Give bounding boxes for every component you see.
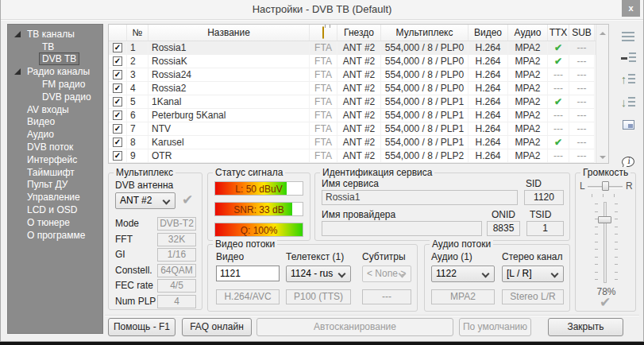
sidebar-item-14[interactable]: LCD и OSD bbox=[8, 204, 102, 216]
channel-name: OTR bbox=[148, 149, 310, 163]
channel-row[interactable]: ✓6Peterburg 5KanalFTAANT #2554,000 / 8 /… bbox=[109, 109, 608, 122]
channel-name: RossiaK bbox=[148, 55, 310, 68]
channel-socket: ANT #2 bbox=[337, 136, 381, 149]
multiplex-field-value: DVB-T2 bbox=[157, 217, 196, 231]
dvb-antenna-select[interactable]: ANT #2 bbox=[115, 192, 175, 209]
balance-tick bbox=[614, 194, 615, 197]
channel-num: 3 bbox=[127, 68, 148, 82]
signal-status-group: Статус сигнала L: 50 dBuVSNR: 33 dBQ: 10… bbox=[207, 172, 310, 241]
channel-name: Karusel bbox=[148, 136, 310, 149]
channel-row[interactable]: ✓51KanalFTAANT #2554,000 / 8 / PLP1H.264… bbox=[109, 95, 608, 109]
sidebar-item-10[interactable]: Интерфейс bbox=[8, 153, 102, 166]
channel-checkbox[interactable]: ✓ bbox=[113, 70, 122, 79]
channel-checkbox[interactable]: ✓ bbox=[113, 97, 122, 107]
sidebar-item-label: Аудио bbox=[25, 129, 56, 140]
toolbar-button-channel-list[interactable] bbox=[617, 27, 639, 48]
channel-checkbox-cell: ✓ bbox=[109, 55, 127, 68]
scroll-down-icon[interactable] bbox=[598, 151, 607, 161]
balance-slider-handle[interactable] bbox=[602, 181, 609, 191]
sidebar-item-11[interactable]: Таймшифт bbox=[8, 166, 102, 179]
balance-tick bbox=[592, 194, 592, 197]
audio-pid-select[interactable]: 1122 bbox=[431, 266, 495, 282]
title-bar[interactable]: Настройки - DVB ТВ (Default) x bbox=[1, 0, 643, 19]
footer-button-4[interactable]: Закрыть bbox=[548, 318, 623, 336]
sidebar-item-8[interactable]: Аудио bbox=[8, 128, 102, 141]
sidebar-item-12[interactable]: Пульт ДУ bbox=[8, 179, 102, 192]
channel-row[interactable]: ✓2RossiaKFTAANT #2554,000 / 8 / PLP0H.26… bbox=[109, 55, 608, 68]
sidebar-item-label: Радио каналы bbox=[25, 66, 92, 77]
teletext-select[interactable]: 1124 - rus bbox=[286, 266, 351, 282]
volume-tick bbox=[595, 234, 598, 235]
video-pid-input[interactable]: 1121 bbox=[216, 266, 280, 281]
channel-checkbox[interactable]: ✓ bbox=[113, 138, 122, 147]
column-header-video[interactable]: Видео bbox=[469, 25, 508, 41]
toolbar-button-remove-channel[interactable] bbox=[617, 48, 639, 68]
footer-button-1[interactable]: FAQ онлайн bbox=[182, 318, 252, 336]
column-header-socket[interactable]: Гнездо bbox=[337, 25, 381, 41]
channel-ttx: --- bbox=[548, 122, 569, 136]
channel-checkbox[interactable]: ✓ bbox=[113, 151, 122, 161]
sidebar-item-label: О программе bbox=[25, 230, 87, 241]
scroll-up-icon[interactable] bbox=[598, 27, 607, 37]
volume-slider-handle[interactable] bbox=[598, 216, 611, 223]
sidebar-item-13[interactable]: Управление bbox=[8, 191, 102, 204]
column-header-audio[interactable]: Аудио bbox=[508, 25, 548, 41]
toolbar-button-move-channel-down[interactable]: ↓ bbox=[617, 92, 639, 113]
column-header-ttx[interactable]: TTX bbox=[548, 25, 569, 41]
channel-table-header[interactable]: №НазваниеГнездоМультиплексВидеоАудиоTTXS… bbox=[109, 25, 608, 41]
channel-row[interactable]: ✓7NTVFTAANT #2554,000 / 8 / PLP1H.264MPA… bbox=[109, 122, 608, 136]
sidebar-item-2[interactable]: DVB ТВ bbox=[8, 53, 102, 66]
stereo-channel-select[interactable]: [L / R] bbox=[502, 266, 564, 282]
sidebar-item-9[interactable]: DVB поток bbox=[8, 141, 102, 153]
signal-bar-0: L: 50 dBuV bbox=[214, 181, 303, 196]
stereo-channel-label: Стерео канал bbox=[502, 251, 563, 262]
column-header-lock[interactable] bbox=[310, 25, 337, 41]
channel-sub: --- bbox=[569, 82, 595, 95]
channel-checkbox[interactable]: ✓ bbox=[113, 110, 122, 120]
channel-checkbox[interactable]: ✓ bbox=[113, 124, 122, 134]
audio-streams-group: Аудио потоки Аудио (1) Стерео канал 1122… bbox=[424, 244, 570, 312]
dvb-antenna-label: DVB антенна bbox=[115, 180, 173, 191]
tree-expander-icon[interactable] bbox=[14, 68, 21, 75]
toolbar-button-move-channel-up[interactable]: ↑ bbox=[617, 69, 639, 90]
apply-volume-check-icon[interactable]: ✔ bbox=[600, 294, 611, 311]
sidebar-item-7[interactable]: Видео bbox=[8, 116, 102, 129]
column-header-sub[interactable]: SUB bbox=[569, 25, 595, 41]
channel-checkbox[interactable]: ✓ bbox=[113, 83, 122, 93]
column-header-name[interactable]: Название bbox=[148, 25, 310, 41]
channel-checkbox[interactable]: ✓ bbox=[113, 43, 122, 52]
channel-row[interactable]: ✓8KaruselFTAANT #2554,000 / 8 / PLP1H.26… bbox=[109, 136, 608, 149]
channel-checkbox-cell: ✓ bbox=[109, 149, 127, 163]
sidebar-item-1[interactable]: ТВ bbox=[8, 41, 102, 53]
sidebar-item-0[interactable]: ТВ каналы bbox=[8, 28, 102, 41]
sidebar-item-6[interactable]: AV входы bbox=[8, 103, 102, 116]
close-button[interactable]: x bbox=[622, 0, 640, 17]
table-scrollbar[interactable] bbox=[596, 25, 608, 163]
sidebar-item-5[interactable]: DVB радио bbox=[8, 91, 102, 103]
toolbar-button-channel-properties[interactable] bbox=[617, 114, 639, 135]
sidebar-item-16[interactable]: О программе bbox=[8, 229, 102, 242]
channel-row[interactable]: ✓9OTRFTAANT #2554,000 / 8 / PLP2H.264MPA… bbox=[109, 149, 608, 163]
sidebar-item-3[interactable]: Радио каналы bbox=[8, 65, 102, 78]
channel-mux: 554,000 / 8 / PLP0 bbox=[381, 82, 469, 95]
volume-slider[interactable] bbox=[604, 202, 607, 283]
sidebar-item-15[interactable]: О тюнере bbox=[8, 216, 102, 229]
balance-right-label: R bbox=[626, 180, 633, 192]
column-header-mux[interactable]: Мультиплекс bbox=[381, 25, 469, 41]
channel-checkbox[interactable]: ✓ bbox=[113, 56, 122, 66]
channel-row[interactable]: ✓3Rossia24FTAANT #2554,000 / 8 / PLP0H.2… bbox=[109, 68, 608, 82]
video-codec-field: H.264/AVC bbox=[216, 289, 280, 304]
apply-antenna-check-icon[interactable]: ✔ bbox=[182, 192, 193, 208]
column-header-checkbox[interactable] bbox=[109, 25, 127, 41]
channel-row[interactable]: ✓4Rossia2FTAANT #2554,000 / 8 / PLP0H.26… bbox=[109, 82, 608, 95]
footer-button-0[interactable]: Помощь - F1 bbox=[108, 318, 175, 336]
subtitles-label: Субтитры bbox=[362, 251, 406, 262]
tree-expander-icon[interactable] bbox=[14, 31, 21, 37]
volume-tick bbox=[595, 279, 598, 280]
multiplex-field-value: 32K bbox=[157, 233, 196, 246]
sidebar-item-4[interactable]: FM радио bbox=[8, 78, 102, 91]
column-header-num[interactable]: № bbox=[127, 25, 148, 41]
subtitles-select[interactable]: < None > bbox=[362, 266, 411, 282]
channel-row[interactable]: ✓1Rossia1FTAANT #2554,000 / 8 / PLP0H.26… bbox=[109, 41, 608, 55]
channel-audio: MPA2 bbox=[508, 41, 548, 55]
